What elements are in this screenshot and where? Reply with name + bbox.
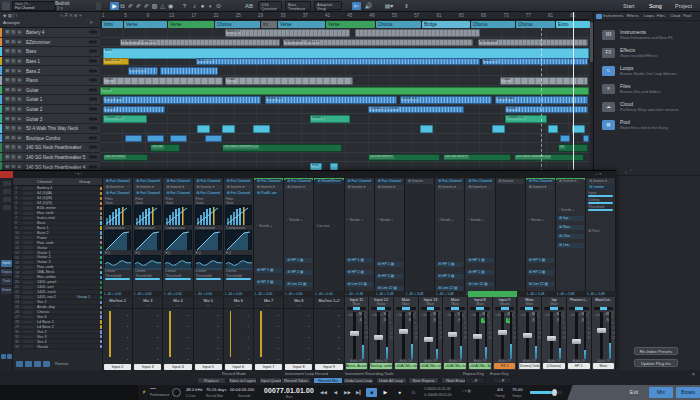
fader-strip[interactable]: Input 12Guitar○<br>○<br>⦿MS606122448Audi… [369, 297, 394, 371]
mute-button[interactable]: M [5, 155, 10, 160]
fader-track[interactable] [427, 312, 430, 359]
transport-brows-button[interactable]: Brows [676, 387, 700, 398]
solo-button[interactable]: S [11, 78, 16, 83]
record-mode-0[interactable]: Replace [197, 377, 226, 384]
mixer-strip-top[interactable]: ⊞ Fat Channel⊞ Inserts ▾− Sends +⊞ HP 1 … [284, 178, 314, 291]
transport-exit-button[interactable]: Exit [622, 387, 646, 398]
home-icon[interactable] [596, 14, 602, 19]
mixer-side-tab-extern[interactable]: Extern [1, 287, 12, 294]
solo-button[interactable]: S [11, 30, 16, 35]
pan-slider[interactable] [371, 307, 391, 310]
mixer-strip-top[interactable]: ⊞ Fat Channel⊞ Inserts ▾⊞ Fat ChannelFil… [163, 178, 193, 291]
record-button[interactable]: ● [394, 388, 405, 397]
fader-cap[interactable] [498, 330, 507, 335]
inserts-chip[interactable]: ⊞ Inserts ▾ [225, 185, 252, 190]
browser-tab-files[interactable]: Files [657, 13, 665, 18]
mini-fader[interactable] [169, 311, 171, 357]
fader-strip[interactable]: Input 13Main○<br>○<br>⦿MS606122448Audio … [419, 297, 444, 371]
mix-strip[interactable]: Mix 7—▪▪▪▪▪Input 7 [254, 297, 284, 371]
browser-tab-cloud[interactable]: Cloud [670, 13, 680, 18]
record-arm-button[interactable]: ● [17, 136, 22, 141]
limiter-chip[interactable]: ⊞ Limiter [587, 185, 614, 190]
track-row[interactable]: MS●140 SG Neck Heartbreaker [0, 143, 100, 153]
inserts-chip[interactable]: ⊞ Inserts ▾ [195, 185, 222, 190]
send-item[interactable]: ⊞ Lim 12 ▤ [466, 282, 493, 287]
metronome-icon[interactable]: ▤▾ [382, 2, 396, 10]
fat-channel-chip[interactable]: ⊞ Fat Channel [527, 179, 554, 184]
record-arm-button[interactable]: ● [17, 30, 22, 35]
mixer-bottom-button[interactable] [34, 361, 41, 367]
fader-strip[interactable]: MainMain○<br>○<br>⦿MS606122448Audio Off(… [518, 297, 543, 371]
fat-channel-chip[interactable]: ⊞ Fat Channel [466, 179, 493, 184]
fader-cap[interactable] [572, 339, 581, 344]
rec-tools-2[interactable]: Note Repeat [408, 377, 439, 384]
clip[interactable] [160, 67, 218, 75]
track-row[interactable]: MS●Guitar 2 [0, 105, 100, 115]
inserts-chip[interactable]: ⊞ Inserts ▾ [527, 185, 554, 190]
pan-slider[interactable] [421, 307, 441, 310]
mute-button[interactable]: M [5, 107, 10, 112]
section-verse[interactable]: Verse [278, 21, 325, 28]
mixer-bottom-button[interactable] [25, 361, 32, 367]
fader-strip[interactable]: Phones L..○<br>○<br>⦿MS606122448Audio Of… [567, 297, 592, 371]
inserts-chip[interactable]: ⊞ Inserts ▾ [587, 179, 614, 184]
track-row[interactable]: MS●140 SG Neck Heartbreaker 5 [0, 153, 100, 163]
mute-button[interactable]: M [5, 97, 10, 102]
browser-item-effects[interactable]: FXEffectsShow installed Effects [594, 46, 700, 63]
pan-slider[interactable] [569, 307, 589, 310]
record-mode-1[interactable]: Takes to Layers [228, 377, 257, 384]
track-row[interactable]: MS●50 A Walk This Way Neck [0, 124, 100, 134]
browser-item-cloud[interactable]: ☁CloudPreSonus Shop and other services [594, 100, 700, 117]
clip[interactable] [420, 125, 433, 133]
fader-cap[interactable] [399, 329, 408, 334]
send-item[interactable]: ⊞ Che.. [557, 234, 584, 239]
sidebar-button-1[interactable]: Update Plug-Ins [634, 359, 678, 367]
solo-button[interactable]: S [11, 49, 16, 54]
record-arm-button[interactable]: ● [17, 155, 22, 160]
fat-channel-chip2[interactable]: ⊞ Fat Channel [195, 191, 222, 196]
browser-tab-pool[interactable]: Pool [683, 13, 691, 18]
fader-track[interactable] [575, 312, 578, 359]
inserts-chip[interactable]: ⊞ Inserts ▾ [104, 185, 131, 190]
send-item[interactable]: ⊞ HP 1 ▤ [436, 262, 463, 267]
mixer-strip-top[interactable]: ⊞ Fat Channel⊞ Inserts ▾− Sends +⊞ HP 1 … [345, 178, 375, 291]
inserts-chip[interactable]: ⊞ Inserts [406, 179, 433, 184]
tab-song[interactable]: Song [646, 2, 665, 11]
side-button[interactable] [7, 354, 12, 359]
section-chorus[interactable]: Chorus [471, 21, 515, 28]
mute-button[interactable]: M [5, 30, 10, 35]
record-arm-button[interactable]: ● [17, 68, 22, 73]
fader-cap[interactable] [597, 328, 606, 333]
mute-button[interactable]: M [5, 78, 10, 83]
speaker-icon[interactable]: 🔊 [364, 2, 373, 10]
stop-button[interactable]: ■ [366, 388, 377, 397]
side-icon[interactable] [3, 197, 11, 202]
mute-button[interactable]: M [5, 126, 10, 131]
quantize-select[interactable]: 1/16Quantize [258, 1, 282, 10]
clip[interactable]: Bass 1.55 [103, 58, 129, 66]
clip[interactable]: +Guitar 2(1)+Guitar [368, 106, 464, 114]
send-item[interactable]: ⊞ Lim 12 ▤ [436, 286, 463, 291]
fader-strip[interactable]: MainOut..○<br>○<br>⦿MS606122448Audio Off… [592, 297, 616, 371]
mixer-strip-top[interactable]: ⊞ Fat Channel⊞ Inserts ▾⊞ Fat ChannelFil… [224, 178, 254, 291]
pan-slider[interactable] [520, 307, 540, 310]
mute-button[interactable]: M [5, 59, 10, 64]
mixer-strip-top[interactable]: ⊞ Fat Channel⊞ Inserts ▾⊞ Fat ChannelFil… [103, 178, 133, 291]
record-arm-button[interactable]: ● [17, 97, 22, 102]
clip[interactable]: Guitar (x06) [103, 96, 261, 104]
pan-slider[interactable] [347, 307, 367, 310]
key-val[interactable]: - F [492, 377, 512, 384]
plugin-navigator[interactable]: Gate (Tr...Fat Channel [12, 1, 56, 11]
mixer-strip-top[interactable]: ⊞ Fat Channel⊞ Inserts ▾− Sends +⊞ HP 1 … [465, 178, 495, 291]
send-item[interactable]: ⊞ HP 1 ▤ [255, 268, 282, 273]
solo-button[interactable]: S [11, 68, 16, 73]
section-verse[interactable]: Verse [124, 21, 167, 28]
pan-slider[interactable] [544, 307, 564, 310]
fader-cap[interactable] [547, 336, 556, 341]
record-arm-button[interactable]: ● [17, 40, 22, 45]
solo-button[interactable]: S [11, 116, 16, 121]
fat-channel-chip2[interactable]: ⊞ Fat Channel [134, 191, 161, 196]
mini-fader[interactable] [109, 311, 111, 357]
clip[interactable]: 140 Neck Gradson (12) [222, 144, 342, 152]
send-item[interactable]: ⊞ HP 1 ▤ [376, 262, 403, 267]
